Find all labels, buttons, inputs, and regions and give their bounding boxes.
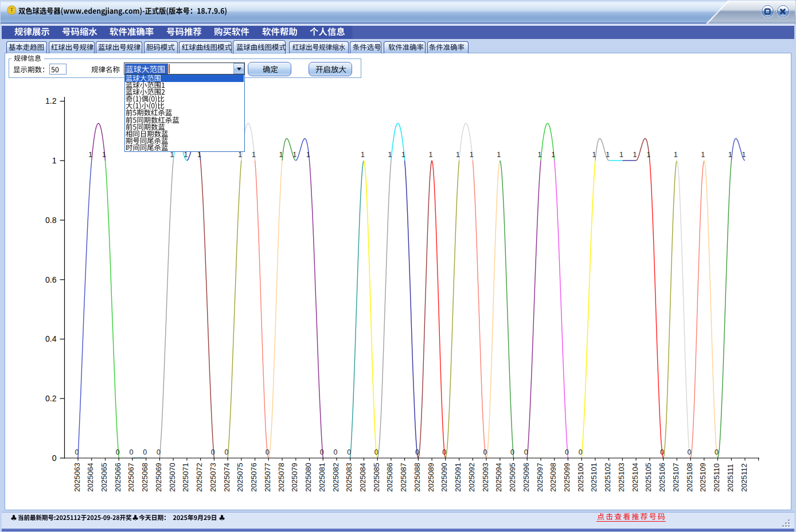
svg-text:1: 1 bbox=[388, 151, 392, 159]
svg-text:1.2: 1.2 bbox=[45, 96, 57, 105]
svg-text:1: 1 bbox=[88, 151, 92, 159]
svg-text:2025094: 2025094 bbox=[494, 463, 503, 492]
svg-text:2025091: 2025091 bbox=[454, 463, 462, 492]
svg-text:2025084: 2025084 bbox=[358, 463, 367, 492]
svg-text:2025068: 2025068 bbox=[141, 463, 149, 492]
svg-text:2025103: 2025103 bbox=[617, 463, 626, 492]
svg-text:0: 0 bbox=[347, 448, 351, 456]
svg-text:0: 0 bbox=[660, 448, 664, 456]
svg-text:0: 0 bbox=[565, 448, 569, 456]
svg-text:2025100: 2025100 bbox=[576, 463, 585, 492]
svg-text:0: 0 bbox=[415, 448, 419, 456]
svg-text:0: 0 bbox=[116, 448, 120, 456]
svg-text:1: 1 bbox=[538, 151, 542, 159]
svg-text:0: 0 bbox=[374, 448, 379, 456]
svg-text:2025071: 2025071 bbox=[181, 463, 190, 492]
svg-text:2025110: 2025110 bbox=[712, 463, 721, 492]
svg-text:2025070: 2025070 bbox=[168, 463, 177, 492]
svg-text:0.8: 0.8 bbox=[45, 216, 57, 225]
svg-text:2025106: 2025106 bbox=[658, 463, 666, 492]
svg-text:0: 0 bbox=[266, 448, 270, 456]
svg-text:2025111: 2025111 bbox=[726, 464, 735, 492]
svg-text:2025066: 2025066 bbox=[114, 463, 122, 492]
svg-text:1: 1 bbox=[306, 151, 310, 159]
svg-text:0: 0 bbox=[524, 448, 528, 456]
svg-text:2025085: 2025085 bbox=[372, 463, 381, 492]
svg-text:1: 1 bbox=[728, 151, 732, 159]
svg-text:2025108: 2025108 bbox=[685, 463, 694, 492]
svg-text:0: 0 bbox=[225, 448, 229, 456]
svg-text:0.6: 0.6 bbox=[45, 275, 57, 284]
svg-text:0: 0 bbox=[579, 448, 583, 456]
svg-text:2025081: 2025081 bbox=[318, 463, 326, 492]
svg-text:2025074: 2025074 bbox=[223, 463, 231, 492]
svg-text:2025095: 2025095 bbox=[508, 463, 517, 492]
svg-text:2025109: 2025109 bbox=[699, 463, 707, 492]
svg-text:1: 1 bbox=[674, 151, 678, 159]
svg-text:0.4: 0.4 bbox=[45, 334, 57, 343]
svg-text:2025065: 2025065 bbox=[100, 463, 108, 492]
svg-text:1: 1 bbox=[701, 151, 705, 159]
svg-text:1: 1 bbox=[470, 151, 474, 159]
svg-text:1: 1 bbox=[742, 151, 746, 159]
svg-text:0: 0 bbox=[157, 448, 161, 456]
svg-text:0: 0 bbox=[52, 453, 57, 463]
svg-text:2025105: 2025105 bbox=[644, 463, 653, 492]
svg-text:0: 0 bbox=[211, 448, 215, 456]
svg-text:0: 0 bbox=[75, 448, 79, 456]
svg-text:2025069: 2025069 bbox=[154, 463, 163, 492]
svg-text:1: 1 bbox=[401, 151, 405, 159]
svg-text:0: 0 bbox=[483, 448, 487, 456]
svg-text:2025075: 2025075 bbox=[236, 463, 244, 492]
svg-text:2025093: 2025093 bbox=[481, 463, 490, 492]
svg-text:2025077: 2025077 bbox=[263, 463, 272, 492]
svg-text:1: 1 bbox=[52, 156, 57, 165]
svg-text:2025079: 2025079 bbox=[290, 463, 299, 492]
svg-text:2025102: 2025102 bbox=[603, 463, 612, 492]
svg-text:1: 1 bbox=[102, 151, 106, 159]
svg-text:2025092: 2025092 bbox=[467, 463, 476, 492]
svg-text:0: 0 bbox=[129, 448, 133, 456]
svg-text:1: 1 bbox=[252, 151, 256, 159]
svg-text:2025087: 2025087 bbox=[399, 463, 408, 492]
svg-text:1: 1 bbox=[592, 151, 596, 159]
svg-text:2025090: 2025090 bbox=[440, 463, 448, 492]
svg-text:0: 0 bbox=[442, 448, 446, 456]
svg-text:2025096: 2025096 bbox=[522, 463, 530, 492]
svg-text:2025089: 2025089 bbox=[427, 463, 435, 492]
svg-text:2025082: 2025082 bbox=[331, 463, 340, 492]
svg-text:2025097: 2025097 bbox=[536, 463, 544, 492]
svg-text:2025078: 2025078 bbox=[277, 463, 286, 492]
svg-text:2025063: 2025063 bbox=[73, 463, 81, 492]
svg-text:2025080: 2025080 bbox=[304, 463, 313, 492]
svg-text:1: 1 bbox=[646, 151, 650, 159]
svg-text:2025104: 2025104 bbox=[631, 463, 639, 492]
svg-text:1: 1 bbox=[429, 151, 433, 159]
svg-text:2025088: 2025088 bbox=[413, 463, 422, 492]
svg-text:0: 0 bbox=[143, 448, 147, 456]
svg-text:1: 1 bbox=[361, 151, 365, 159]
svg-text:2025107: 2025107 bbox=[672, 463, 680, 492]
svg-text:2025086: 2025086 bbox=[385, 463, 394, 492]
svg-text:2025064: 2025064 bbox=[86, 463, 95, 492]
svg-text:1: 1 bbox=[633, 151, 637, 159]
svg-text:2025098: 2025098 bbox=[549, 463, 557, 492]
svg-text:1: 1 bbox=[292, 151, 296, 159]
svg-text:1: 1 bbox=[279, 151, 283, 159]
svg-text:0: 0 bbox=[688, 448, 692, 456]
svg-text:0: 0 bbox=[715, 448, 719, 456]
svg-text:2025076: 2025076 bbox=[249, 463, 258, 492]
svg-text:2025099: 2025099 bbox=[563, 463, 571, 492]
svg-text:0: 0 bbox=[320, 448, 324, 456]
svg-text:0: 0 bbox=[334, 448, 338, 456]
svg-text:1: 1 bbox=[619, 151, 623, 159]
svg-text:1: 1 bbox=[606, 151, 610, 159]
svg-text:2025083: 2025083 bbox=[345, 463, 353, 492]
svg-text:2025112: 2025112 bbox=[740, 463, 748, 492]
svg-text:2025072: 2025072 bbox=[195, 463, 204, 492]
svg-text:0.2: 0.2 bbox=[45, 394, 57, 403]
svg-text:1: 1 bbox=[497, 151, 501, 159]
svg-text:2025073: 2025073 bbox=[209, 463, 217, 492]
svg-text:1: 1 bbox=[551, 151, 555, 159]
svg-text:2025067: 2025067 bbox=[127, 463, 135, 492]
